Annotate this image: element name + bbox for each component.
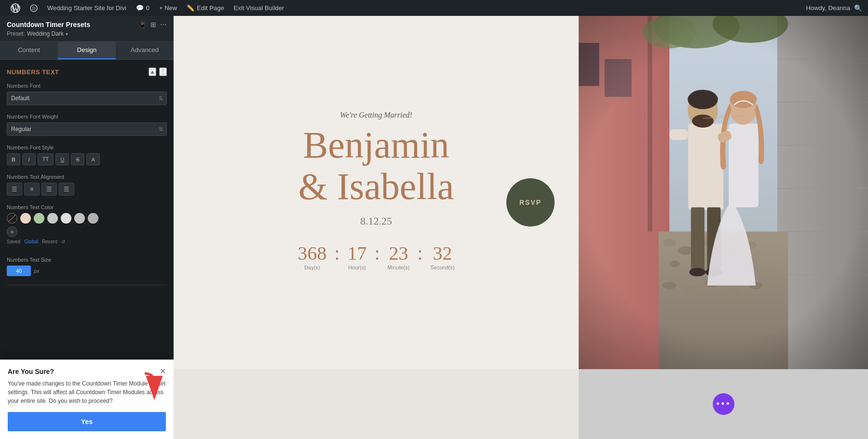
new-label: + New: [159, 4, 177, 12]
confirm-close-button[interactable]: ✕: [160, 368, 166, 375]
seconds-label: Second(s): [431, 265, 455, 270]
separator-2: :: [374, 242, 380, 270]
wedding-page: We're Getting Married! Benjamin & Isabel…: [174, 16, 868, 369]
days-number: 368: [298, 242, 326, 265]
dots-icon: •••: [717, 399, 731, 409]
align-center-btn[interactable]: ≡: [24, 183, 40, 196]
comments-item[interactable]: 💬 0: [131, 0, 154, 16]
tab-advanced[interactable]: Advanced: [116, 41, 174, 59]
wedding-photo: [579, 16, 868, 369]
purple-menu-button[interactable]: •••: [713, 393, 734, 415]
exit-builder-label: Exit Visual Builder: [234, 4, 285, 12]
numbers-text-alignment-field: Numbers Text Alignment ☰ ≡ ☰ ☰: [7, 174, 167, 196]
numbers-font-style-label: Numbers Font Style: [7, 145, 167, 150]
color-swatch-2[interactable]: [34, 213, 44, 224]
wedding-names: Benjamin & Isabella: [298, 124, 454, 207]
svg-text:D: D: [32, 6, 35, 11]
countdown-hours: 17 Hour(s): [339, 242, 374, 270]
hours-label: Hour(s): [347, 265, 366, 270]
bottom-right-content: •••: [579, 369, 868, 439]
seconds-number: 32: [431, 242, 455, 265]
countdown-seconds: 32 Second(s): [423, 242, 462, 270]
responsive-icon[interactable]: 📱: [138, 21, 147, 28]
add-color-btn[interactable]: +: [7, 226, 17, 237]
align-justify-btn[interactable]: ☰: [59, 183, 74, 196]
days-label: Day(s): [298, 265, 326, 270]
style-bold-btn[interactable]: B: [7, 153, 20, 165]
panel-title: Countdown Timer Presets: [7, 21, 90, 28]
numbers-font-weight-select[interactable]: Regular: [7, 122, 167, 136]
new-item[interactable]: + New: [154, 0, 182, 16]
color-swatch-5[interactable]: [74, 213, 85, 224]
color-swatch-1[interactable]: [20, 213, 31, 224]
size-unit: px: [34, 268, 40, 274]
divi-icon-item[interactable]: D: [25, 0, 42, 16]
confirm-dialog: Are You Sure? ✕ You've made changes to t…: [0, 359, 174, 439]
rsvp-button[interactable]: RSVP: [506, 178, 555, 226]
numbers-font-select[interactable]: Default: [7, 92, 167, 105]
color-swatch-3[interactable]: [47, 213, 58, 224]
section-title: Numbers Text: [7, 68, 59, 76]
edit-page-item[interactable]: ✏️ Edit Page: [182, 0, 229, 16]
edit-icon: ✏️: [187, 4, 194, 12]
size-input-row: px: [7, 266, 167, 276]
layout-icon[interactable]: ⊞: [150, 21, 156, 28]
more-options-icon[interactable]: ⋯: [160, 21, 167, 28]
color-swatch-none[interactable]: [7, 213, 17, 224]
wedding-content-left: We're Getting Married! Benjamin & Isabel…: [174, 16, 579, 369]
align-right-btn[interactable]: ☰: [41, 183, 57, 196]
exit-builder-item[interactable]: Exit Visual Builder: [229, 0, 289, 16]
confirm-title: Are You Sure?: [8, 368, 54, 375]
tab-design[interactable]: Design: [58, 41, 116, 59]
separator-1: :: [334, 242, 339, 270]
style-underline-btn[interactable]: U: [55, 153, 69, 165]
minutes-label: Minute(s): [388, 265, 410, 270]
edit-page-label: Edit Page: [197, 4, 224, 12]
search-button[interactable]: 🔍: [854, 4, 862, 12]
bottom-left-content: [174, 369, 579, 439]
collapse-icon[interactable]: ▲: [149, 67, 156, 76]
admin-bar: D Wedding Starter Site for Divi 💬 0 + Ne…: [0, 0, 868, 16]
size-input[interactable]: [7, 266, 31, 276]
preset-name: Wedding Dark: [27, 30, 64, 37]
howdy-text: Howdy, Deanna: [806, 4, 850, 12]
hours-number: 17: [347, 242, 366, 265]
svg-rect-49: [579, 16, 868, 369]
confirm-message: You've made changes to the Countdown Tim…: [8, 379, 166, 405]
preset-dropdown-arrow: ▾: [66, 31, 68, 37]
wedding-date: 8.12.25: [360, 215, 392, 227]
color-swatch-4[interactable]: [61, 213, 71, 224]
numbers-font-weight-field: Numbers Font Weight Regular: [7, 114, 167, 136]
separator-3: :: [417, 242, 422, 270]
tab-content[interactable]: Content: [0, 41, 58, 59]
style-strikethrough-btn[interactable]: S: [71, 153, 84, 165]
color-tag-recent[interactable]: Recent: [42, 239, 57, 244]
countdown-timer: 368 Day(s) : 17 Hour(s) : 23 Minute(s) :: [290, 242, 462, 270]
bottom-section: •••: [174, 369, 868, 439]
numbers-text-size-field: Numbers Text Size px: [7, 253, 167, 276]
right-content: We're Getting Married! Benjamin & Isabel…: [174, 16, 868, 439]
wedding-subtitle: We're Getting Married!: [340, 111, 412, 120]
panel-header: Countdown Timer Presets 📱 ⊞ ⋯ Preset: We…: [0, 16, 174, 41]
numbers-text-color-label: Numbers Text Color: [7, 204, 167, 210]
minutes-number: 23: [388, 242, 410, 265]
color-swatch-6[interactable]: [88, 213, 98, 224]
section-options-icon[interactable]: ⋮: [159, 67, 167, 76]
numbers-font-field: Numbers Font Default: [7, 83, 167, 105]
numbers-font-weight-label: Numbers Font Weight: [7, 114, 167, 120]
confirm-yes-button[interactable]: Yes: [8, 412, 166, 431]
numbers-text-alignment-label: Numbers Text Alignment: [7, 174, 167, 180]
site-name-item[interactable]: Wedding Starter Site for Divi: [42, 0, 131, 16]
color-tag-reset[interactable]: ↺: [61, 239, 65, 244]
comment-count: 0: [146, 4, 149, 12]
style-tt-btn[interactable]: TT: [38, 153, 54, 165]
alignment-buttons: ☰ ≡ ☰ ☰: [7, 183, 167, 196]
color-swatches: [7, 213, 167, 224]
color-tag-saved[interactable]: Saved: [7, 239, 20, 244]
comment-icon: 💬: [136, 4, 144, 12]
color-tag-global[interactable]: Global: [24, 239, 38, 244]
align-left-btn[interactable]: ☰: [7, 183, 22, 196]
wp-logo-item[interactable]: [6, 0, 25, 16]
style-italic-btn[interactable]: I: [22, 153, 36, 165]
style-uppercase-btn[interactable]: A: [86, 153, 100, 165]
